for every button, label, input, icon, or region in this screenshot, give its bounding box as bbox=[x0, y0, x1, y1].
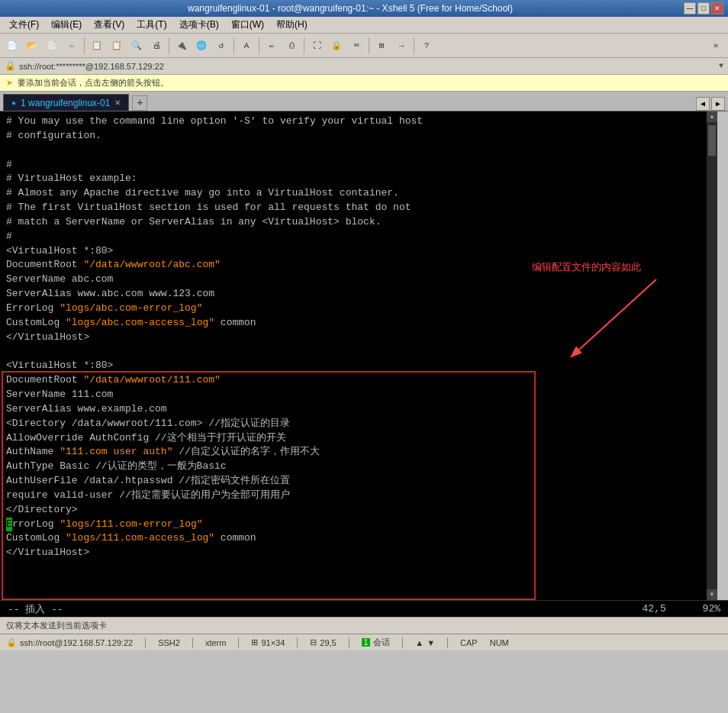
minimize-button[interactable]: — bbox=[684, 2, 696, 15]
caps-status: CAP bbox=[460, 638, 478, 647]
refresh-button[interactable]: ↺ bbox=[212, 37, 230, 55]
menu-help[interactable]: 帮助(H) bbox=[270, 17, 314, 33]
scroll-up-button[interactable]: ▲ bbox=[707, 111, 717, 122]
paste-button[interactable]: 📋 bbox=[108, 37, 126, 55]
close-button[interactable]: ✕ bbox=[711, 2, 723, 15]
print-button[interactable]: 🖨 bbox=[147, 37, 166, 55]
tab-next-button[interactable]: ▶ bbox=[711, 97, 725, 111]
status-sep-4 bbox=[297, 637, 298, 648]
terminal-line-29: ErrorLog "logs/111.com-error_log" bbox=[6, 518, 711, 532]
window-title: wangruifenglinux-01 - root@wangruifeng-0… bbox=[17, 3, 684, 14]
terminal-line-24: AuthName "111.com user auth" //自定义认证的名字，… bbox=[6, 445, 711, 460]
globe-button[interactable]: 🌐 bbox=[192, 37, 211, 55]
terminal-line-6: # Almost any Apache directive may go int… bbox=[6, 186, 711, 201]
info-bar: ➤ 要添加当前会话，点击左侧的箭头按钮。 bbox=[0, 75, 728, 92]
separator-3 bbox=[234, 37, 234, 54]
scroll-position: 29,5 bbox=[320, 638, 336, 647]
line-comment: # bbox=[6, 115, 18, 127]
scroll-up-icon[interactable]: ▲ bbox=[415, 638, 424, 647]
address-arrow[interactable]: ▼ bbox=[719, 62, 723, 70]
size-icon: ⊞ bbox=[251, 637, 258, 647]
info-text: 要添加当前会话，点击左侧的箭头按钮。 bbox=[18, 77, 169, 89]
keyboard-button[interactable]: ⌨ bbox=[347, 37, 366, 55]
scroll-icon: ⊟ bbox=[310, 637, 317, 647]
new-session-button[interactable]: 📄 bbox=[3, 37, 21, 55]
open-button[interactable]: 📂 bbox=[23, 37, 41, 55]
terminal-type-status: xterm bbox=[205, 638, 227, 647]
num-indicator: NUM bbox=[490, 638, 509, 647]
bottom-info-bar: 仅将文本发送到当前选项卡 bbox=[0, 617, 728, 634]
status-sep-5 bbox=[349, 637, 350, 648]
separator-5 bbox=[304, 37, 304, 54]
terminal-line-22: <Directory /data/wwwroot/111.com> //指定认证… bbox=[6, 417, 711, 431]
address-text: ssh://root:*********@192.168.57.129:22 bbox=[19, 62, 719, 71]
size-status: ⊞ 91×34 bbox=[251, 637, 285, 647]
menu-tabs[interactable]: 选项卡(B) bbox=[173, 17, 225, 33]
maximize-button[interactable]: □ bbox=[697, 2, 710, 15]
send-button[interactable]: → bbox=[392, 37, 411, 55]
terminal-line-7: # The first VirtualHost section is used … bbox=[6, 201, 711, 215]
tab-close-button[interactable]: ✕ bbox=[114, 98, 121, 107]
lock-status-icon: 🔒 bbox=[6, 637, 17, 647]
tab-bar: ● 1 wangruifenglinux-01 ✕ + ◀ ▶ bbox=[0, 92, 728, 111]
edit2-btn[interactable]: ⎙ bbox=[282, 37, 301, 55]
window-controls[interactable]: — □ ✕ bbox=[684, 2, 723, 15]
lock-status: 🔒 ssh://root@192.168.57.129:22 bbox=[6, 637, 133, 647]
toolbar-btn-3[interactable]: 📄 bbox=[43, 37, 61, 55]
status-sep-6 bbox=[402, 637, 403, 648]
terminal-line-23: AllowOverride AuthConfig //这个相当于打开认证的开关 bbox=[6, 431, 711, 446]
scroll-down-button[interactable]: ▼ bbox=[707, 589, 717, 600]
scroll-status: ⊟ 29,5 bbox=[310, 637, 336, 647]
terminal-line-28: </Directory> bbox=[6, 503, 711, 518]
menu-view[interactable]: 查看(V) bbox=[88, 17, 130, 33]
terminal-line-1: # You may use the command line option '-… bbox=[6, 115, 711, 129]
tab-prev-button[interactable]: ◀ bbox=[696, 97, 710, 111]
terminal-type: xterm bbox=[205, 638, 227, 647]
status-sep-2 bbox=[192, 637, 193, 648]
terminal-line-20: ServerName 111.com bbox=[6, 388, 711, 402]
caps-indicator: CAP bbox=[460, 638, 478, 647]
toolbar: 📄 📂 📄 ✏️ 📋 📋 🔍 🖨 🔌 🌐 ↺ A ✏ ⎙ ⛶ 🔒 ⌨ ⊞ → ?… bbox=[0, 34, 728, 58]
scroll-down-icon[interactable]: ▼ bbox=[427, 638, 435, 647]
session-count-status: 1 会话 bbox=[362, 637, 391, 648]
edit-btn[interactable]: ✏ bbox=[263, 37, 281, 55]
scrollbar[interactable]: ▲ ▼ bbox=[707, 111, 717, 600]
fullscreen-button[interactable]: ⛶ bbox=[308, 37, 326, 55]
new-tab-button[interactable]: + bbox=[132, 95, 147, 111]
terminal-line-2: # configuration. bbox=[6, 129, 711, 144]
vim-position: 42,5 92% bbox=[643, 603, 720, 615]
tab-1[interactable]: ● 1 wangruifenglinux-01 ✕ bbox=[3, 94, 129, 111]
scroll-thumb[interactable] bbox=[708, 125, 716, 156]
separator-7 bbox=[414, 37, 414, 54]
connect-button[interactable]: 🔌 bbox=[172, 37, 191, 55]
protocol-status: SSH2 bbox=[158, 638, 180, 647]
send-text-info: 仅将文本发送到当前选项卡 bbox=[6, 620, 107, 631]
terminal[interactable]: # You may use the command line option '-… bbox=[0, 111, 717, 600]
zoom-button[interactable]: ⊞ bbox=[372, 37, 391, 55]
separator-1 bbox=[84, 37, 85, 54]
find-button[interactable]: 🔍 bbox=[127, 37, 146, 55]
status-sep-1 bbox=[145, 637, 146, 648]
tab-label: 1 wangruifenglinux-01 bbox=[21, 98, 110, 108]
copy-button[interactable]: 📋 bbox=[88, 37, 106, 55]
terminal-line-27: require valid-user //指定需要认证的用户为全部可用用户 bbox=[6, 489, 711, 503]
menu-window[interactable]: 窗口(W) bbox=[225, 17, 270, 33]
menu-file[interactable]: 文件(F) bbox=[3, 17, 45, 33]
num-status: NUM bbox=[490, 638, 509, 647]
lock-button[interactable]: 🔒 bbox=[327, 37, 346, 55]
info-icon: ➤ bbox=[6, 78, 13, 88]
session-count-text: 会话 bbox=[373, 637, 390, 648]
font-button[interactable]: A bbox=[237, 37, 256, 55]
more-button[interactable]: » bbox=[707, 37, 725, 55]
menu-edit[interactable]: 编辑(E) bbox=[45, 17, 88, 33]
terminal-line-4: # bbox=[6, 158, 711, 173]
menu-tools[interactable]: 工具(T) bbox=[130, 17, 172, 33]
terminal-line-21: ServerAlias www.example.com bbox=[6, 402, 711, 417]
terminal-line-9: # bbox=[6, 230, 711, 244]
terminal-line-30: CustomLog "logs/111.com-access_log" comm… bbox=[6, 531, 711, 546]
toolbar-btn-4[interactable]: ✏️ bbox=[63, 37, 81, 55]
help-button[interactable]: ? bbox=[417, 37, 436, 55]
terminal-line-26: AuthUserFile /data/.htpasswd //指定密码文件所在位… bbox=[6, 474, 711, 489]
status-sep-3 bbox=[238, 637, 239, 648]
scroll-nav[interactable]: ▲ ▼ bbox=[415, 638, 435, 647]
